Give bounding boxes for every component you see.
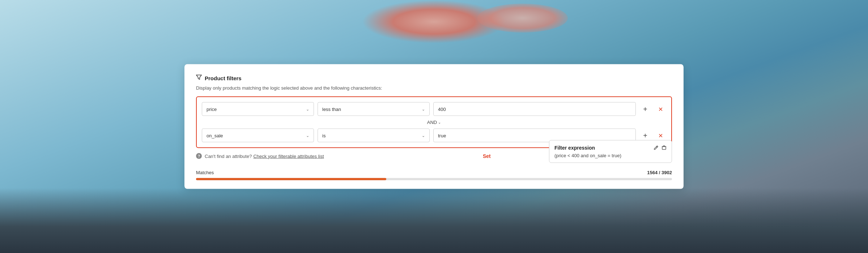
value-input-1[interactable] [433,102,636,116]
question-icon: ? [196,153,202,159]
progress-bar-fill [196,178,386,180]
chevron-down-icon-2: ⌄ [422,107,425,111]
add-condition-button-2[interactable]: + [639,130,651,141]
operator-select-2[interactable]: is ⌄ [318,129,430,142]
matches-row: Matches 1564 / 3902 [196,170,672,175]
matches-count: 1564 / 3902 [647,170,672,175]
operator-value-1: less than [322,106,341,112]
and-label[interactable]: AND ⌄ [427,120,441,125]
chevron-down-icon-4: ⌄ [422,133,425,138]
connector-chevron-icon: ⌄ [438,120,441,124]
filter-icon [196,74,202,82]
operator-value-2: is [322,133,326,138]
help-text: Can't find an attribute? [205,153,252,159]
help-section: ? Can't find an attribute? Check your fi… [196,153,324,159]
set-label: Set [483,153,491,159]
card-title: Product filters [205,75,242,81]
progress-bar-track [196,178,672,180]
and-divider: AND ⌄ [202,120,666,125]
product-filters-card: Product filters Display only products ma… [184,64,684,189]
filter-expression-header: Filter expression [554,145,667,151]
card-subtitle: Display only products matching the logic… [196,85,672,91]
attribute-value-2: on_sale [207,133,223,138]
svg-marker-0 [196,75,201,80]
cloud-decoration-2 [477,4,568,33]
remove-condition-button-2[interactable]: ✕ [655,130,666,141]
attribute-select-2[interactable]: on_sale ⌄ [202,129,314,142]
card-header: Product filters [196,74,672,82]
chevron-down-icon-1: ⌄ [306,107,309,111]
chevron-down-icon-3: ⌄ [306,133,309,138]
filter-expression-title: Filter expression [554,145,595,151]
matches-section: Matches 1564 / 3902 [196,170,672,180]
attribute-select-1[interactable]: price ⌄ [202,102,314,116]
filter-row-1: price ⌄ less than ⌄ + ✕ [202,102,666,116]
edit-expression-button[interactable] [654,145,659,150]
filter-expression-text: (price < 400 and on_sale = true) [554,153,667,158]
attribute-value-1: price [207,106,217,112]
delete-expression-button[interactable] [661,145,667,150]
filter-expression-box: Filter expression (price < 400 a [549,140,672,163]
svg-rect-1 [662,147,666,150]
remove-condition-button-1[interactable]: ✕ [655,103,666,115]
cloud-dark [0,188,868,253]
filter-expression-actions [654,145,667,150]
add-condition-button-1[interactable]: + [639,103,651,115]
operator-select-1[interactable]: less than ⌄ [318,102,430,116]
matches-label: Matches [196,170,214,175]
filterable-attributes-link[interactable]: Check your filterable attributes list [253,153,324,159]
